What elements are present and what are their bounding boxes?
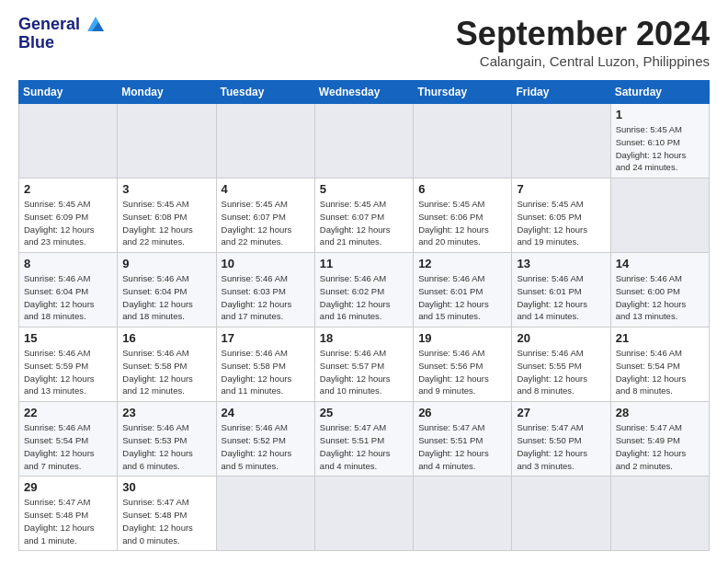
col-wednesday: Wednesday bbox=[314, 81, 413, 104]
logo-icon bbox=[85, 15, 106, 35]
empty-cell bbox=[512, 104, 610, 178]
day-number: 22 bbox=[24, 406, 112, 419]
day-number: 2 bbox=[24, 182, 112, 196]
day-cell: 2 Sunrise: 5:45 AMSunset: 6:09 PMDayligh… bbox=[19, 178, 118, 253]
empty-cell bbox=[610, 178, 709, 253]
logo: General Blue bbox=[18, 15, 106, 52]
day-number: 25 bbox=[320, 406, 408, 419]
logo-general: General bbox=[18, 15, 80, 33]
day-number: 29 bbox=[24, 480, 112, 494]
day-cell: 18 Sunrise: 5:46 AMSunset: 5:57 PMDaylig… bbox=[314, 327, 413, 402]
day-info: Sunrise: 5:45 AMSunset: 6:10 PMDaylight:… bbox=[616, 123, 704, 174]
day-number: 6 bbox=[418, 182, 506, 196]
day-cell: 21 Sunrise: 5:46 AMSunset: 5:54 PMDaylig… bbox=[610, 327, 709, 402]
col-monday: Monday bbox=[118, 81, 216, 104]
empty-cell bbox=[216, 477, 314, 551]
day-cell: 25 Sunrise: 5:47 AMSunset: 5:51 PMDaylig… bbox=[314, 402, 413, 477]
week-row: 2 Sunrise: 5:45 AMSunset: 6:09 PMDayligh… bbox=[19, 178, 710, 253]
day-cell: 11 Sunrise: 5:46 AMSunset: 6:02 PMDaylig… bbox=[314, 253, 413, 327]
day-cell: 29 Sunrise: 5:47 AMSunset: 5:48 PMDaylig… bbox=[19, 477, 118, 551]
day-number: 24 bbox=[222, 406, 310, 419]
day-cell: 6 Sunrise: 5:45 AMSunset: 6:06 PMDayligh… bbox=[414, 178, 512, 253]
day-number: 15 bbox=[24, 331, 112, 345]
day-info: Sunrise: 5:46 AMSunset: 5:59 PMDaylight:… bbox=[24, 347, 112, 397]
day-cell: 23 Sunrise: 5:46 AMSunset: 5:53 PMDaylig… bbox=[118, 402, 216, 477]
day-cell: 17 Sunrise: 5:46 AMSunset: 5:58 PMDaylig… bbox=[216, 327, 314, 402]
day-cell: 12 Sunrise: 5:46 AMSunset: 6:01 PMDaylig… bbox=[414, 253, 512, 327]
day-info: Sunrise: 5:45 AMSunset: 6:06 PMDaylight:… bbox=[418, 198, 506, 248]
day-cell: 14 Sunrise: 5:46 AMSunset: 6:00 PMDaylig… bbox=[610, 253, 709, 327]
col-thursday: Thursday bbox=[414, 81, 512, 104]
day-number: 5 bbox=[320, 182, 408, 196]
day-info: Sunrise: 5:46 AMSunset: 5:57 PMDaylight:… bbox=[320, 347, 408, 397]
day-number: 14 bbox=[616, 257, 704, 270]
day-cell: 8 Sunrise: 5:46 AMSunset: 6:04 PMDayligh… bbox=[19, 253, 118, 327]
day-info: Sunrise: 5:46 AMSunset: 5:52 PMDaylight:… bbox=[222, 421, 310, 472]
day-info: Sunrise: 5:46 AMSunset: 5:55 PMDaylight:… bbox=[517, 347, 605, 397]
day-cell: 5 Sunrise: 5:45 AMSunset: 6:07 PMDayligh… bbox=[314, 178, 413, 253]
day-info: Sunrise: 5:46 AMSunset: 6:01 PMDaylight:… bbox=[418, 272, 506, 323]
day-number: 18 bbox=[320, 331, 408, 345]
day-number: 26 bbox=[418, 406, 506, 419]
empty-cell bbox=[118, 104, 216, 178]
day-info: Sunrise: 5:45 AMSunset: 6:07 PMDaylight:… bbox=[320, 198, 408, 248]
day-number: 27 bbox=[517, 406, 605, 419]
day-number: 1 bbox=[616, 108, 704, 121]
day-info: Sunrise: 5:47 AMSunset: 5:48 PMDaylight:… bbox=[122, 496, 210, 546]
day-info: Sunrise: 5:47 AMSunset: 5:51 PMDaylight:… bbox=[418, 421, 506, 472]
day-number: 12 bbox=[418, 257, 506, 270]
day-info: Sunrise: 5:46 AMSunset: 5:54 PMDaylight:… bbox=[24, 421, 112, 472]
day-info: Sunrise: 5:47 AMSunset: 5:49 PMDaylight:… bbox=[616, 421, 704, 472]
day-cell: 4 Sunrise: 5:45 AMSunset: 6:07 PMDayligh… bbox=[216, 178, 314, 253]
day-number: 30 bbox=[122, 480, 210, 494]
day-number: 17 bbox=[222, 331, 310, 345]
day-number: 19 bbox=[418, 331, 506, 345]
col-saturday: Saturday bbox=[610, 81, 709, 104]
day-cell: 7 Sunrise: 5:45 AMSunset: 6:05 PMDayligh… bbox=[512, 178, 610, 253]
empty-cell bbox=[414, 104, 512, 178]
day-cell: 22 Sunrise: 5:46 AMSunset: 5:54 PMDaylig… bbox=[19, 402, 118, 477]
empty-cell bbox=[610, 477, 709, 551]
day-cell: 26 Sunrise: 5:47 AMSunset: 5:51 PMDaylig… bbox=[414, 402, 512, 477]
logo-blue: Blue bbox=[18, 33, 106, 52]
day-info: Sunrise: 5:46 AMSunset: 5:54 PMDaylight:… bbox=[616, 347, 704, 397]
empty-cell bbox=[414, 477, 512, 551]
day-number: 10 bbox=[222, 257, 310, 270]
page: General Blue September 2024 Calangain, C… bbox=[0, 0, 728, 563]
day-number: 7 bbox=[517, 182, 605, 196]
day-info: Sunrise: 5:45 AMSunset: 6:08 PMDaylight:… bbox=[122, 198, 210, 248]
day-info: Sunrise: 5:46 AMSunset: 6:04 PMDaylight:… bbox=[122, 272, 210, 323]
day-info: Sunrise: 5:47 AMSunset: 5:51 PMDaylight:… bbox=[320, 421, 408, 472]
calendar-table: Sunday Monday Tuesday Wednesday Thursday… bbox=[18, 80, 710, 551]
day-number: 4 bbox=[222, 182, 310, 196]
day-number: 3 bbox=[122, 182, 210, 196]
week-row: 15 Sunrise: 5:46 AMSunset: 5:59 PMDaylig… bbox=[19, 327, 710, 402]
day-info: Sunrise: 5:46 AMSunset: 6:01 PMDaylight:… bbox=[517, 272, 605, 323]
day-cell: 15 Sunrise: 5:46 AMSunset: 5:59 PMDaylig… bbox=[19, 327, 118, 402]
day-number: 13 bbox=[517, 257, 605, 270]
col-tuesday: Tuesday bbox=[216, 81, 314, 104]
day-cell: 9 Sunrise: 5:46 AMSunset: 6:04 PMDayligh… bbox=[118, 253, 216, 327]
day-cell: 30 Sunrise: 5:47 AMSunset: 5:48 PMDaylig… bbox=[118, 477, 216, 551]
day-info: Sunrise: 5:47 AMSunset: 5:50 PMDaylight:… bbox=[517, 421, 605, 472]
day-cell: 28 Sunrise: 5:47 AMSunset: 5:49 PMDaylig… bbox=[610, 402, 709, 477]
day-info: Sunrise: 5:45 AMSunset: 6:07 PMDaylight:… bbox=[222, 198, 310, 248]
day-cell: 27 Sunrise: 5:47 AMSunset: 5:50 PMDaylig… bbox=[512, 402, 610, 477]
day-cell: 19 Sunrise: 5:46 AMSunset: 5:56 PMDaylig… bbox=[414, 327, 512, 402]
day-number: 28 bbox=[616, 406, 704, 419]
day-number: 21 bbox=[616, 331, 704, 345]
day-cell: 13 Sunrise: 5:46 AMSunset: 6:01 PMDaylig… bbox=[512, 253, 610, 327]
day-cell: 16 Sunrise: 5:46 AMSunset: 5:58 PMDaylig… bbox=[118, 327, 216, 402]
day-cell: 10 Sunrise: 5:46 AMSunset: 6:03 PMDaylig… bbox=[216, 253, 314, 327]
day-number: 20 bbox=[517, 331, 605, 345]
day-cell: 1 Sunrise: 5:45 AMSunset: 6:10 PMDayligh… bbox=[610, 104, 709, 178]
col-friday: Friday bbox=[512, 81, 610, 104]
day-number: 11 bbox=[320, 257, 408, 270]
day-info: Sunrise: 5:46 AMSunset: 6:02 PMDaylight:… bbox=[320, 272, 408, 323]
day-info: Sunrise: 5:46 AMSunset: 5:58 PMDaylight:… bbox=[122, 347, 210, 397]
day-info: Sunrise: 5:46 AMSunset: 6:00 PMDaylight:… bbox=[616, 272, 704, 323]
title-block: September 2024 Calangain, Central Luzon,… bbox=[456, 15, 710, 69]
day-info: Sunrise: 5:45 AMSunset: 6:09 PMDaylight:… bbox=[24, 198, 112, 248]
week-row: 29 Sunrise: 5:47 AMSunset: 5:48 PMDaylig… bbox=[19, 477, 710, 551]
day-number: 9 bbox=[122, 257, 210, 270]
